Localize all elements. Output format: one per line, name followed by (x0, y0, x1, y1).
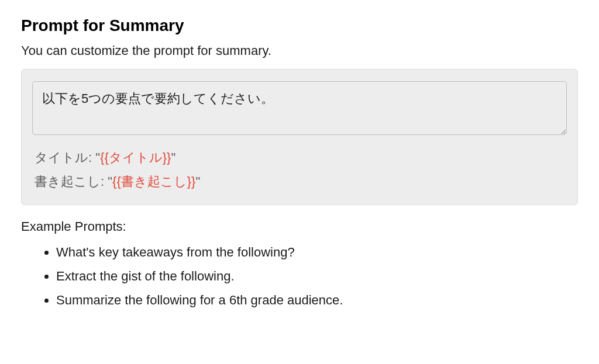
example-item: Summarize the following for a 6th grade … (56, 292, 578, 310)
example-item: Extract the gist of the following. (56, 268, 578, 286)
summary-prompt-input[interactable] (32, 81, 567, 135)
examples-list: What's key takeaways from the following?… (21, 244, 578, 309)
template-line-title: タイトル: "{{タイトル}}" (35, 145, 567, 170)
template-label: タイトル: (35, 150, 95, 165)
example-item: What's key takeaways from the following? (56, 244, 578, 262)
template-placeholder-title: {{タイトル}} (100, 150, 171, 165)
template-quote-close: " (171, 150, 175, 165)
examples-heading: Example Prompts: (21, 219, 578, 234)
template-quote-open: " (108, 174, 112, 189)
template-placeholder-transcript: {{書き起こし}} (112, 174, 195, 189)
template-line-transcript: 書き起こし: "{{書き起こし}}" (35, 169, 567, 194)
template-preview: タイトル: "{{タイトル}}" 書き起こし: "{{書き起こし}}" (32, 145, 567, 195)
template-label: 書き起こし: (35, 174, 108, 189)
template-quote-close: " (195, 174, 200, 189)
section-description: You can customize the prompt for summary… (21, 43, 578, 58)
section-title: Prompt for Summary (21, 16, 578, 35)
prompt-panel: タイトル: "{{タイトル}}" 書き起こし: "{{書き起こし}}" (21, 69, 578, 205)
template-quote-open: " (95, 150, 100, 165)
